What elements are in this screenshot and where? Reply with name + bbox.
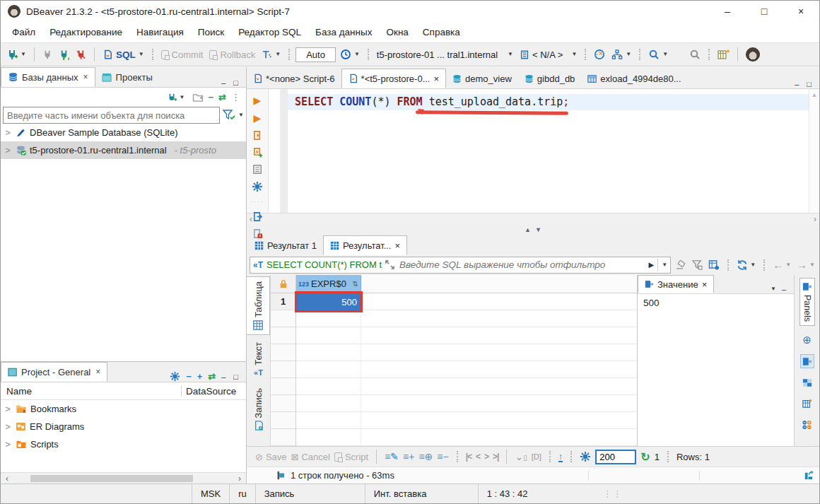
minimize-view-icon[interactable]: – — [221, 78, 228, 87]
duplicate-row-icon[interactable]: ≡⊕ — [418, 451, 433, 462]
project-item-er-diagrams[interactable]: > ER Diagrams — [1, 418, 246, 435]
transaction-log-button[interactable]: ▼ — [338, 47, 362, 62]
nav-back-button[interactable]: ←▼ — [771, 259, 792, 271]
clear-filter-button[interactable] — [674, 260, 688, 270]
metadata-panel-icon[interactable] — [800, 375, 814, 389]
editor-horizontal-scrollbar[interactable]: ‹ › — [247, 213, 819, 224]
export-data-icon[interactable]: ↑ — [558, 452, 563, 462]
previous-row-button[interactable]: < — [476, 452, 480, 462]
commit-mode-combo[interactable]: Auto — [295, 47, 336, 62]
close-tab-icon[interactable]: × — [702, 279, 708, 290]
maximize-view-icon[interactable]: □ — [233, 373, 240, 381]
execute-statement-icon[interactable]: ▶ — [254, 95, 262, 106]
editor-vertical-scrollbar[interactable]: ▲ — [809, 89, 819, 213]
connect-button[interactable] — [40, 47, 54, 62]
grid-corner-cell[interactable] — [271, 275, 296, 293]
layout-refresh-icon[interactable] — [803, 470, 814, 481]
gear-icon[interactable] — [170, 371, 180, 382]
maximize-view-icon[interactable]: □ — [233, 78, 240, 87]
maximize-button[interactable]: □ — [746, 1, 783, 22]
refresh-fetch-icon[interactable]: ↻ — [640, 450, 650, 464]
sash-down-icon[interactable]: ▼ — [535, 226, 541, 233]
fetch-all-rows-icon[interactable]: [D] — [532, 452, 541, 461]
network-profile-button[interactable]: ▼ — [609, 47, 633, 62]
grid-settings-button[interactable] — [707, 259, 721, 270]
maximize-view-icon[interactable]: □ — [807, 80, 814, 88]
minimize-view-icon[interactable]: – — [795, 80, 801, 88]
validation-icon[interactable] — [252, 228, 263, 239]
close-tab-icon[interactable]: × — [95, 367, 100, 377]
add-row-icon[interactable]: ≡+ — [403, 451, 414, 462]
active-database-combo[interactable]: < N/A > ▼ — [517, 47, 579, 62]
collapse-all-icon[interactable]: − — [186, 371, 192, 382]
tab-script-6[interactable]: *<none> Script-6 — [247, 69, 341, 88]
minimize-view-icon[interactable]: – — [221, 373, 228, 381]
fetch-next-page-icon[interactable]: ⌄▯ — [515, 451, 527, 462]
script-button[interactable]: Script — [334, 452, 368, 462]
aggregate-panel-icon[interactable] — [800, 418, 814, 432]
sql-statement-line[interactable]: SELECT COUNT(*) FROM test_upload_data.tr… — [288, 94, 809, 110]
column-header-expr0[interactable]: 123 EXPR$0 ⇅ — [296, 275, 361, 293]
filter-expression-input[interactable] — [398, 259, 645, 271]
editor-code-area[interactable]: SELECT COUNT(*) FROM test_upload_data.tr… — [288, 89, 809, 213]
minimize-panel-icon[interactable]: – — [782, 285, 788, 293]
tree-item-t5-prostore[interactable]: > t5-prostore-01.ru-central1.internal - … — [1, 141, 246, 159]
new-sql-editor-button[interactable]: SQL ▼ — [100, 47, 146, 62]
menu-search[interactable]: Поиск — [191, 24, 231, 40]
filters-menu-button[interactable] — [691, 260, 704, 270]
menu-sql-editor[interactable]: Редактор SQL — [231, 24, 308, 40]
disconnect-button[interactable] — [74, 47, 88, 62]
view-menu-icon[interactable]: ⋮ — [231, 92, 240, 102]
active-connection-combo[interactable]: t5-prostore-01 ... tral1.internal ▼ — [375, 47, 515, 62]
presentation-tab-text[interactable]: Текст «T — [252, 338, 265, 381]
transaction-mode-button[interactable]: ▼ — [259, 47, 283, 62]
scrollbar-thumb[interactable] — [30, 475, 193, 482]
value-viewer-icon[interactable] — [800, 354, 814, 368]
sort-filter-icon[interactable]: ⇅ — [353, 280, 358, 288]
tab-demo-view[interactable]: demo_view — [446, 69, 518, 88]
filter-history-icon[interactable]: ▼ — [662, 262, 667, 268]
sash-up-icon[interactable]: ▲ — [525, 226, 531, 233]
row-header-1[interactable]: 1 — [271, 293, 296, 310]
search-metadata-button[interactable]: ▼ — [646, 47, 670, 62]
project-horizontal-scrollbar[interactable]: ‹ › — [1, 472, 246, 484]
tree-item-sample-database[interactable]: > DBeaver Sample Database (SQLite) — [1, 124, 246, 141]
apply-filter-icon[interactable]: ▶ — [649, 261, 655, 269]
editor-gear-icon[interactable] — [252, 181, 263, 192]
results-gear-icon[interactable] — [580, 451, 591, 462]
dashboard-button[interactable] — [592, 47, 607, 62]
close-tab-icon[interactable]: × — [83, 72, 88, 82]
reconnect-button[interactable] — [57, 47, 71, 62]
next-row-button[interactable]: > — [484, 452, 488, 462]
menu-navigation[interactable]: Навигация — [129, 24, 191, 40]
execute-script-icon[interactable] — [252, 130, 263, 141]
tab-project-general[interactable]: Project - General × — [1, 362, 107, 382]
save-button[interactable]: ⊘Save — [255, 452, 287, 462]
new-connection-button[interactable]: ▼ — [4, 47, 28, 62]
tab-gibdd-db[interactable]: gibdd_db — [518, 69, 582, 88]
collapse-all-icon[interactable]: − — [209, 92, 214, 102]
minimize-button[interactable]: – — [709, 1, 746, 22]
expand-all-icon[interactable]: + — [197, 371, 203, 382]
tab-script-7[interactable]: *<t5-prostore-0... × — [341, 69, 447, 88]
open-sql-console-button[interactable] — [715, 47, 732, 62]
fetch-size-input[interactable] — [595, 450, 636, 464]
expand-filter-icon[interactable] — [385, 260, 394, 269]
tab-result-2[interactable]: Результат... × — [323, 235, 407, 255]
menu-database[interactable]: База данных — [308, 24, 379, 40]
edit-cell-icon[interactable]: ≡✎ — [385, 451, 399, 462]
panels-toggle-button[interactable]: Panels — [800, 278, 815, 326]
explain-plan-icon[interactable] — [252, 164, 263, 175]
close-button[interactable]: × — [783, 1, 819, 22]
tab-databases[interactable]: Базы данных × — [1, 67, 95, 87]
first-row-button[interactable]: |< — [466, 452, 472, 462]
dbeaver-menu-button[interactable] — [744, 45, 762, 64]
menu-windows[interactable]: Окна — [379, 24, 415, 40]
value-panel-content[interactable]: 500 — [638, 294, 794, 446]
open-search-button[interactable] — [687, 47, 703, 62]
column-name-header[interactable]: Name — [1, 386, 181, 397]
tab-value[interactable]: Значение × — [638, 275, 714, 293]
presentation-tab-grid[interactable]: Таблица — [247, 276, 270, 335]
close-tab-icon[interactable]: × — [433, 74, 439, 84]
refresh-results-button[interactable]: ▼ — [735, 259, 757, 271]
